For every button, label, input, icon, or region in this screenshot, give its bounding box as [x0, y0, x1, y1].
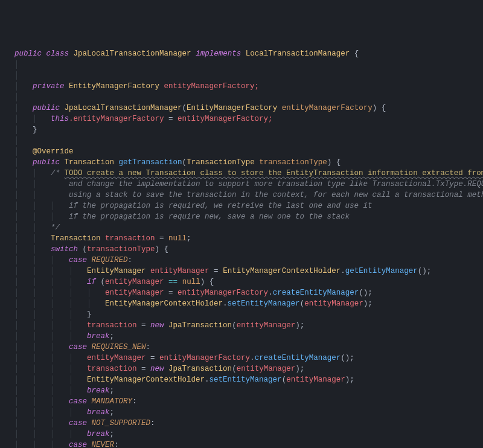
case-keyword: case — [69, 441, 87, 448]
code-editor[interactable]: public class JpaLocalTransactionManager … — [14, 48, 483, 448]
enum-const: NEVER — [92, 441, 115, 448]
type: Transaction — [51, 234, 101, 243]
keyword: private — [33, 82, 65, 91]
class-name: JpaLocalTransactionManager — [74, 50, 191, 58]
method-call: getEntityManager — [345, 267, 418, 275]
comment — [51, 180, 69, 188]
param-type: TransactionType — [187, 158, 255, 167]
null-literal: null — [182, 278, 200, 286]
var: entityManager — [105, 278, 164, 286]
field-ref: entityManagerFactory — [178, 289, 268, 297]
param-name: entityManagerFactory — [282, 104, 373, 112]
new-keyword: new — [150, 365, 164, 373]
keyword: implements — [196, 50, 241, 58]
keyword: public — [33, 104, 60, 112]
enum-const: MANDATORY — [92, 397, 133, 406]
enum-const: NOT_SUPPORTED — [92, 419, 151, 427]
keyword: public — [33, 158, 60, 167]
eq: = — [164, 115, 178, 123]
return-type: Transaction — [65, 158, 115, 167]
case-keyword: case — [69, 343, 87, 351]
switch-expr: transactionType — [87, 245, 155, 254]
method-call: setEntityManager — [210, 376, 282, 384]
param-type: EntityManagerFactory — [187, 104, 277, 112]
comment — [51, 191, 69, 199]
field-ref: entityManagerFactory — [159, 354, 250, 362]
method-call: createEntityManager — [255, 354, 341, 362]
comment: using a stack to save the transaction in… — [69, 191, 483, 199]
case-keyword: case — [69, 256, 87, 264]
class-ref: EntityManagerContextHolder — [223, 267, 341, 275]
field-ref: .entityManagerFactory — [69, 115, 164, 123]
ctor-name: JpaLocalTransactionManager — [65, 104, 182, 112]
enum-const: REQUIRED — [92, 256, 128, 264]
keyword: class — [46, 50, 69, 58]
arg: entityManager — [286, 376, 345, 384]
break-keyword: break — [87, 430, 110, 438]
type: EntityManager — [87, 267, 146, 275]
break-keyword: break — [87, 386, 110, 395]
class-ref: JpaTransaction — [168, 321, 232, 330]
rhs: entityManagerFactory; — [178, 115, 273, 123]
case-keyword: case — [69, 419, 87, 427]
eq-op: == — [168, 278, 178, 286]
break-keyword: break — [87, 408, 110, 417]
comment-start: /* — [51, 169, 65, 178]
enum-const: REQUIRES_NEW — [92, 343, 146, 351]
var: transaction — [87, 321, 137, 330]
class-ref: EntityManagerContextHolder — [105, 299, 223, 308]
break-keyword: break — [87, 332, 110, 341]
comment: and change the implementation to support… — [69, 180, 483, 188]
method-name: getTransaction — [119, 158, 182, 167]
param-name: transactionType — [259, 158, 327, 167]
var: entityManager — [87, 354, 146, 362]
keyword: public — [14, 50, 42, 58]
todo-comment: TODO create a new Transaction class to s… — [65, 169, 483, 178]
var: entityManager — [105, 289, 164, 297]
new-keyword: new — [150, 321, 164, 330]
arg: entityManager — [237, 365, 296, 373]
annotation: @Override — [33, 147, 74, 156]
arg: entityManager — [237, 321, 296, 330]
null-literal: null — [168, 234, 187, 243]
class-ref: JpaTransaction — [168, 365, 232, 373]
comment: if the propagation is required, we retre… — [69, 202, 373, 210]
this-keyword: this — [51, 115, 69, 123]
type: EntityManagerFactory — [69, 82, 159, 91]
field-name: entityManagerFactory; — [164, 82, 260, 91]
method-call: setEntityManager — [228, 299, 300, 308]
var: transaction — [87, 365, 137, 373]
comment-end: */ — [51, 223, 60, 232]
switch-keyword: switch — [51, 245, 78, 254]
class-ref: EntityManagerContextHolder — [87, 376, 205, 384]
var: entityManager — [150, 267, 210, 275]
arg: entityManager — [304, 299, 363, 308]
if-keyword: if — [87, 278, 96, 286]
comment: if the propagation is require new, save … — [69, 213, 350, 221]
method-call: createEntityManager — [273, 289, 359, 297]
var: transaction — [105, 234, 155, 243]
interface-name: LocalTransactionManager — [246, 50, 350, 58]
case-keyword: case — [69, 397, 87, 406]
eq: = — [155, 234, 169, 243]
